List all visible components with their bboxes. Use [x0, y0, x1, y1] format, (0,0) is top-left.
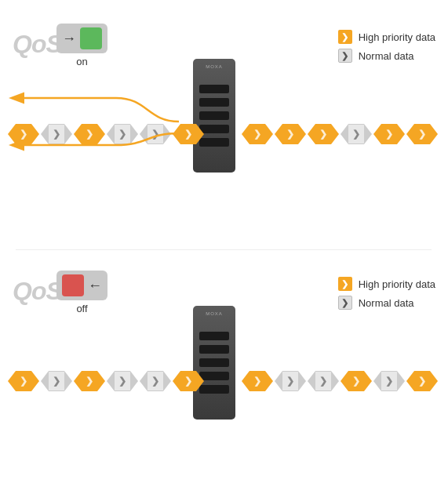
right-stream-bottom: ❯ ❯ ❯ ❯ ❯ ❯ [242, 371, 438, 391]
legend-high-priority-bottom: ❯ High priority data [338, 277, 435, 291]
toggle-off[interactable]: ← off [56, 271, 107, 314]
port-3-bottom [199, 358, 229, 367]
qos-label-top: QoS [13, 30, 62, 59]
pkt-b-gy-3: ❯ [140, 371, 171, 391]
pkt-or-r4: ❯ [373, 124, 405, 144]
pkt-b-gy-r3: ❯ [373, 371, 405, 391]
legend-normal-top: ❯ Normal data [338, 49, 435, 63]
port-2-bottom [199, 345, 229, 354]
normal-icon-bottom: ❯ [338, 296, 352, 310]
pkt-or-r2: ❯ [275, 124, 306, 144]
pkt-or-r3: ❯ [308, 124, 339, 144]
pkt-b-or-r2: ❯ [341, 371, 372, 391]
legend-high-priority-top: ❯ High priority data [338, 30, 435, 44]
pkt-or-r1: ❯ [242, 124, 273, 144]
routing-arrows-top [6, 71, 199, 165]
pkt-b-gy-2: ❯ [107, 371, 138, 391]
switch-device-bottom: MOXA [193, 306, 235, 420]
port-1-bottom [199, 332, 229, 340]
pkt-b-or-r3: ❯ [406, 371, 438, 391]
pkt-b-or-1: ❯ [8, 371, 39, 391]
pkt-b-or-3: ❯ [173, 371, 204, 391]
switch-device-top: MOXA [193, 59, 235, 173]
pkt-b-gy-r1: ❯ [275, 371, 306, 391]
port-1-top [199, 85, 229, 93]
moxa-label-top: MOXA [206, 64, 223, 69]
legend-bottom: ❯ High priority data ❯ Normal data [338, 277, 435, 310]
port-2-top [199, 98, 229, 107]
pkt-b-gy-1: ❯ [41, 371, 72, 391]
moxa-label-bottom: MOXA [206, 311, 223, 316]
left-stream-bottom: ❯ ❯ ❯ ❯ ❯ ❯ [8, 371, 204, 391]
high-priority-icon-top: ❯ [338, 30, 352, 44]
pkt-gy-r1: ❯ [341, 124, 372, 144]
legend-normal-bottom: ❯ Normal data [338, 296, 435, 310]
qos-label-bottom: QoS [13, 277, 62, 306]
pkt-b-gy-r2: ❯ [308, 371, 339, 391]
diagram-container: QoS → on ❯ High priority data [0, 0, 448, 494]
high-priority-icon-bottom: ❯ [338, 277, 352, 291]
pkt-b-or-r1: ❯ [242, 371, 273, 391]
legend-top: ❯ High priority data ❯ Normal data [338, 30, 435, 63]
section-bottom: QoS ← off ❯ High priority data [0, 255, 448, 490]
normal-icon-top: ❯ [338, 49, 352, 63]
section-top: QoS → on ❯ High priority data [0, 8, 448, 243]
toggle-on[interactable]: → on [56, 24, 107, 67]
pkt-or-r5: ❯ [406, 124, 438, 144]
pkt-b-or-2: ❯ [74, 371, 105, 391]
right-stream-top: ❯ ❯ ❯ ❯ ❯ ❯ [242, 124, 438, 144]
port-3-top [199, 111, 229, 120]
divider [16, 249, 432, 250]
